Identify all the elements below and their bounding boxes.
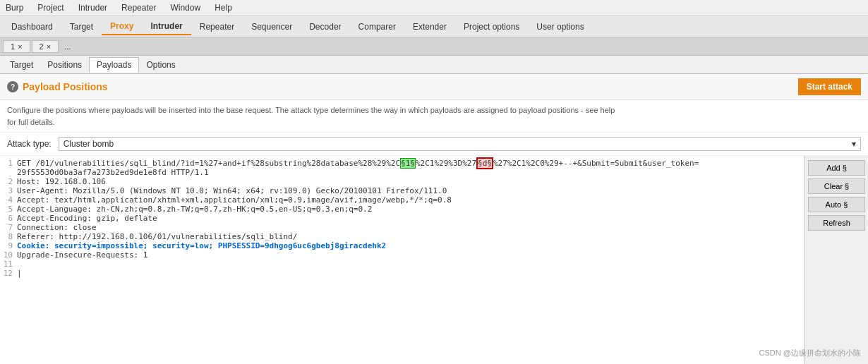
sub-tabs: Target Positions Payloads Options bbox=[0, 56, 868, 74]
menu-window[interactable]: Window bbox=[167, 1, 203, 14]
browser-tab-1[interactable]: 1 × bbox=[3, 40, 30, 53]
top-nav: Dashboard Target Proxy Intruder Repeater… bbox=[0, 16, 868, 37]
table-row: 11 bbox=[3, 260, 801, 269]
payload-marker-2: §d§ bbox=[476, 157, 493, 169]
browser-tab-2-close[interactable]: × bbox=[47, 42, 51, 51]
subtab-options[interactable]: Options bbox=[139, 58, 182, 72]
tab-intruder[interactable]: Intruder bbox=[142, 18, 191, 35]
refresh-button[interactable]: Refresh bbox=[808, 215, 865, 231]
subtab-target[interactable]: Target bbox=[3, 58, 40, 72]
browser-tab-1-close[interactable]: × bbox=[18, 42, 22, 51]
tab-proxy[interactable]: Proxy bbox=[102, 18, 142, 35]
description-line1: Configure the positions where payloads w… bbox=[7, 106, 615, 114]
start-attack-button[interactable]: Start attack bbox=[798, 78, 861, 95]
tab-decoder[interactable]: Decoder bbox=[301, 19, 349, 35]
section-title: Payload Positions bbox=[23, 81, 108, 92]
tab-project-options[interactable]: Project options bbox=[455, 19, 528, 35]
subtab-payloads[interactable]: Payloads bbox=[89, 57, 139, 73]
payload-marker-1: §1§ bbox=[400, 158, 416, 169]
attack-type-value: Cluster bomb bbox=[64, 139, 114, 149]
add-section-button[interactable]: Add § bbox=[808, 160, 865, 176]
tab-user-options[interactable]: User options bbox=[528, 19, 592, 35]
table-row: 5 Accept-Language: zh-CN,zh;q=0.8,zh-TW;… bbox=[3, 205, 801, 214]
table-row: 7 Connection: close bbox=[3, 223, 801, 232]
section-title-area: ? Payload Positions bbox=[7, 81, 108, 92]
watermark: CSDN @边缘拼命划水的小陈 bbox=[759, 348, 861, 358]
description-line2: for full details. bbox=[7, 118, 55, 126]
table-row: 4 Accept: text/html,application/xhtml+xm… bbox=[3, 195, 801, 205]
tab-sequencer[interactable]: Sequencer bbox=[243, 19, 301, 35]
table-row: 3 User-Agent: Mozilla/5.0 (Windows NT 10… bbox=[3, 186, 801, 195]
menu-help[interactable]: Help bbox=[212, 1, 235, 14]
menu-burp[interactable]: Burp bbox=[3, 1, 26, 14]
tab-repeater[interactable]: Repeater bbox=[191, 19, 243, 35]
table-row: 2 Host: 192.168.0.106 bbox=[3, 177, 801, 186]
menu-project[interactable]: Project bbox=[35, 1, 66, 14]
chevron-down-icon: ▾ bbox=[852, 139, 856, 149]
tab-extender[interactable]: Extender bbox=[404, 19, 455, 35]
main-content: ? Payload Positions Start attack Configu… bbox=[0, 74, 868, 364]
table-row: 8 Referer: http://192.168.0.106/01/vulne… bbox=[3, 232, 801, 241]
table-row: 9 Cookie: security=impossible; security=… bbox=[3, 241, 801, 250]
browser-tab-2-label: 2 bbox=[40, 42, 44, 51]
tab-comparer[interactable]: Comparer bbox=[350, 19, 404, 35]
description: Configure the positions where payloads w… bbox=[0, 100, 868, 133]
table-row: 6 Accept-Encoding: gzip, deflate bbox=[3, 214, 801, 223]
browser-tab-more[interactable]: ... bbox=[60, 41, 75, 52]
tab-dashboard[interactable]: Dashboard bbox=[3, 19, 61, 35]
table-row: 1 GET /01/vulnerabilities/sqli_blind/?id… bbox=[3, 159, 801, 168]
attack-type-row: Attack type: Cluster bomb ▾ bbox=[0, 133, 868, 156]
subtab-positions[interactable]: Positions bbox=[40, 58, 89, 72]
table-row: 29f55530d0ba3af7a273b2ed9de1e8fd HTTP/1.… bbox=[3, 168, 801, 177]
section-header: ? Payload Positions Start attack bbox=[0, 74, 868, 100]
help-icon[interactable]: ? bbox=[7, 81, 18, 92]
menu-bar: Burp Project Intruder Repeater Window He… bbox=[0, 0, 868, 16]
tab-target[interactable]: Target bbox=[61, 19, 102, 35]
menu-repeater[interactable]: Repeater bbox=[119, 1, 159, 14]
clear-section-button[interactable]: Clear § bbox=[808, 178, 865, 194]
browser-tab-1-label: 1 bbox=[11, 42, 15, 51]
payload-area: 1 GET /01/vulnerabilities/sqli_blind/?id… bbox=[0, 156, 868, 364]
browser-tab-2[interactable]: 2 × bbox=[32, 40, 59, 53]
attack-type-label: Attack type: bbox=[7, 139, 52, 149]
attack-type-select[interactable]: Cluster bomb ▾ bbox=[59, 137, 861, 151]
auto-section-button[interactable]: Auto § bbox=[808, 197, 865, 212]
right-sidebar: Add § Clear § Auto § Refresh bbox=[804, 156, 868, 364]
menu-intruder[interactable]: Intruder bbox=[76, 1, 110, 14]
table-row: 10 Upgrade-Insecure-Requests: 1 bbox=[3, 250, 801, 260]
table-row: 12 | bbox=[3, 269, 801, 278]
browser-tabs: 1 × 2 × ... bbox=[0, 37, 868, 56]
request-editor[interactable]: 1 GET /01/vulnerabilities/sqli_blind/?id… bbox=[0, 156, 804, 364]
